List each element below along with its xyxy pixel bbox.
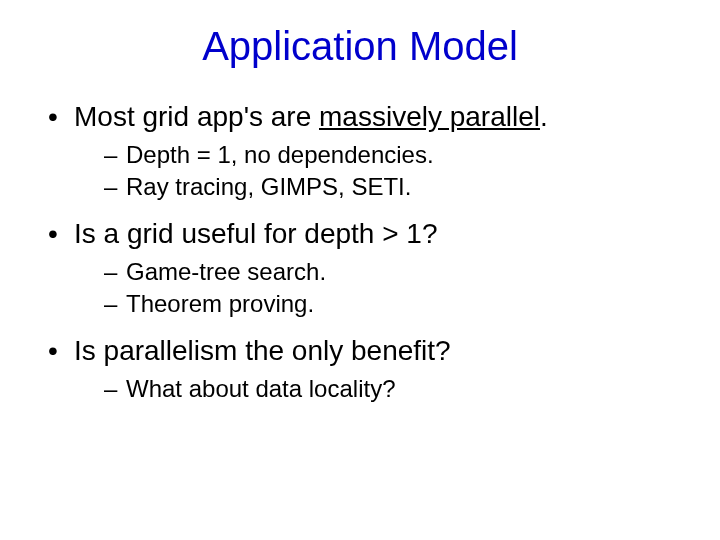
sub-list-item: Depth = 1, no dependencies. [104,140,680,170]
sub-list-item: What about data locality? [104,374,680,404]
list-item-text-prefix: Most grid app's are [74,101,319,132]
sub-list-item: Theorem proving. [104,289,680,319]
sub-list: Depth = 1, no dependencies. Ray tracing,… [74,140,680,202]
slide: Application Model Most grid app's are ma… [0,0,720,540]
list-item: Most grid app's are massively parallel. … [48,99,680,202]
list-item-text: Is parallelism the only benefit? [74,335,451,366]
list-item-text: Is a grid useful for depth > 1? [74,218,437,249]
list-item-text-suffix: . [540,101,548,132]
list-item: Is parallelism the only benefit? What ab… [48,333,680,404]
sub-list: Game-tree search. Theorem proving. [74,257,680,319]
bullet-list: Most grid app's are massively parallel. … [30,99,690,404]
sub-list: What about data locality? [74,374,680,404]
list-item-text-emph: massively parallel [319,101,540,132]
sub-list-item: Game-tree search. [104,257,680,287]
sub-list-item: Ray tracing, GIMPS, SETI. [104,172,680,202]
slide-title: Application Model [30,24,690,69]
list-item: Is a grid useful for depth > 1? Game-tre… [48,216,680,319]
